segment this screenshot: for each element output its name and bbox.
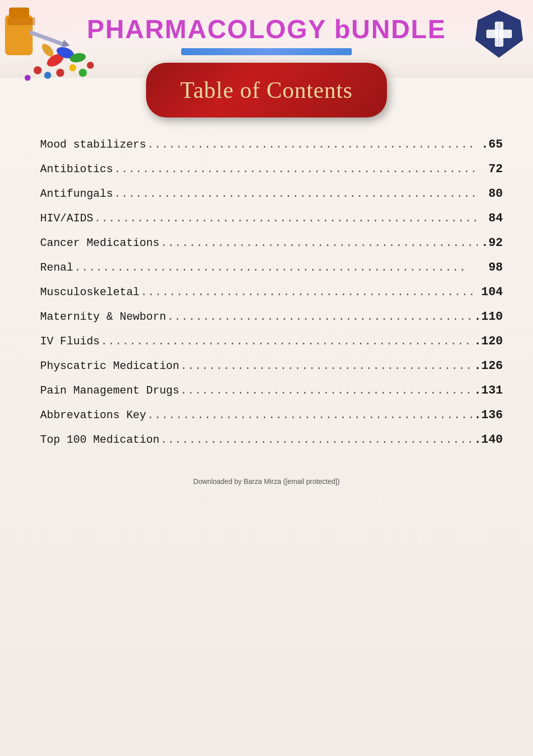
toc-page: .140 [474, 433, 503, 446]
toc-page: .120 [474, 334, 503, 348]
toc-page: .110 [474, 310, 503, 323]
toc-page: .131 [474, 384, 503, 397]
toc-page: 72 [478, 162, 503, 176]
toc-label: Musculoskeletal [40, 286, 140, 299]
toc-title: Table of Contents [166, 77, 367, 103]
toc-label: Renal [40, 262, 73, 274]
toc-dots: ........................................… [166, 311, 474, 323]
toc-page: .126 [474, 359, 503, 372]
svg-point-14 [25, 75, 31, 81]
toc-page: 84 [478, 211, 503, 225]
toc-entry: Abbrevations Key .......................… [40, 408, 503, 422]
toc-label: IV Fluids [40, 335, 100, 348]
toc-label: Pain Management Drugs [40, 385, 179, 397]
toc-dots: ........................................… [160, 434, 474, 446]
toc-dots: ........................................… [73, 262, 478, 274]
toc-entry: Antibiotics ............................… [40, 162, 503, 176]
svg-point-11 [56, 69, 64, 77]
toc-page: .92 [478, 236, 503, 249]
toc-list: Mood stabilizers .......................… [0, 133, 533, 472]
toc-label: Antibiotics [40, 163, 113, 176]
subtitle-bar [181, 48, 352, 55]
pills-decoration-left [0, 0, 110, 83]
toc-label: HIV/AIDS [40, 212, 93, 225]
toc-label: Abbrevations Key [40, 409, 146, 422]
svg-point-10 [44, 72, 51, 79]
toc-dots: ........................................… [160, 237, 478, 249]
toc-entry: IV Fluids ..............................… [40, 334, 503, 348]
footer-text: Downloaded by Barza Mirza ([email protec… [193, 477, 340, 485]
toc-entry: Renal ..................................… [40, 261, 503, 274]
toc-dots: ........................................… [140, 286, 478, 299]
toc-entry: HIV/AIDS ...............................… [40, 211, 503, 225]
medical-badge-icon [473, 8, 525, 60]
toc-label: Physcatric Medication [40, 360, 179, 372]
toc-dots: ........................................… [146, 139, 478, 151]
toc-page: .136 [474, 408, 503, 422]
toc-entry: Maternity & Newborn ....................… [40, 310, 503, 323]
footer: Downloaded by Barza Mirza ([email protec… [0, 472, 533, 495]
toc-page: 80 [478, 187, 503, 200]
svg-rect-7 [29, 30, 68, 48]
toc-label: Maternity & Newborn [40, 311, 166, 323]
svg-point-15 [87, 62, 94, 69]
toc-entry: Cancer Medications .....................… [40, 236, 503, 249]
toc-entry: Pain Management Drugs ..................… [40, 384, 503, 397]
page-container: PHARMACOLOGY bUNDLE Table of Contents Mo… [0, 0, 533, 756]
toc-entry: Musculoskeletal ........................… [40, 285, 503, 299]
svg-point-12 [69, 64, 76, 71]
svg-point-9 [34, 66, 42, 74]
toc-banner: Table of Contents [146, 63, 387, 117]
toc-page: 98 [478, 261, 503, 274]
toc-dots: ........................................… [113, 163, 478, 176]
toc-dots: ........................................… [113, 188, 478, 200]
toc-dots: ........................................… [146, 409, 474, 422]
toc-dots: ........................................… [179, 385, 474, 397]
toc-entry: Physcatric Medication ..................… [40, 359, 503, 372]
toc-page: 104 [478, 285, 503, 299]
toc-dots: ........................................… [100, 335, 474, 348]
toc-label: Mood stabilizers [40, 139, 146, 151]
toc-label: Top 100 Medication [40, 434, 160, 446]
svg-point-13 [79, 69, 87, 77]
toc-page: .65 [478, 138, 503, 151]
svg-rect-2 [8, 18, 35, 25]
toc-dots: ........................................… [179, 360, 474, 372]
toc-label: Antifungals [40, 188, 113, 200]
toc-dots: ........................................… [93, 212, 478, 225]
toc-entry: Top 100 Medication .....................… [40, 433, 503, 446]
toc-entry: Antifungals ............................… [40, 187, 503, 200]
svg-rect-1 [9, 8, 29, 18]
toc-entry: Mood stabilizers .......................… [40, 138, 503, 151]
toc-label: Cancer Medications [40, 237, 160, 249]
